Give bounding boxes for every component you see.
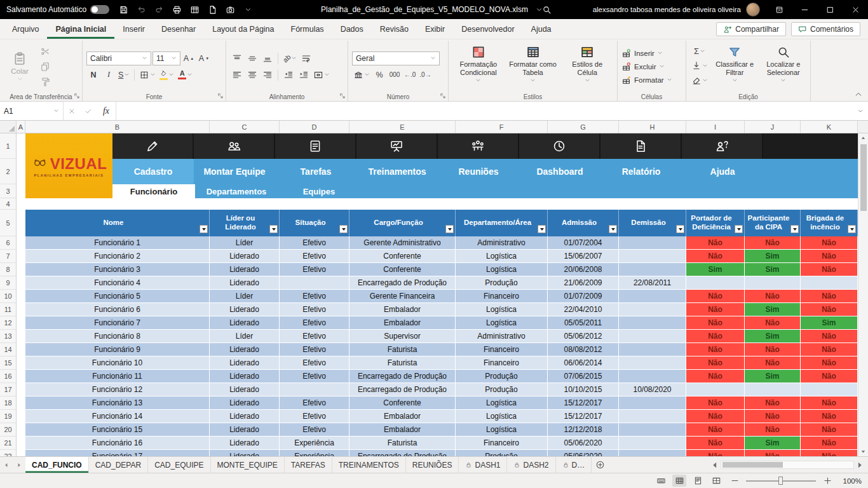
cell-participante-cipa[interactable]: Não — [745, 410, 801, 423]
cell-brigada-incendio[interactable]: Não — [801, 250, 858, 263]
filter-button-demissao[interactable] — [676, 225, 684, 233]
comma-style-button[interactable]: 000 — [388, 68, 402, 82]
cell-lider-ou-liderado[interactable]: Liderado — [210, 396, 280, 410]
align-center-button[interactable] — [245, 68, 259, 82]
delete-cells-button[interactable]: Excluir — [621, 60, 672, 73]
cell-departamento-area[interactable]: Logística — [456, 250, 548, 263]
cell-brigada-incendio[interactable]: Não — [801, 437, 858, 450]
cell-cargo-funcao[interactable]: Conferente — [349, 250, 456, 263]
column-header-situacao[interactable]: Situação — [280, 210, 349, 236]
cell-lider-ou-liderado[interactable]: Liderado — [210, 383, 280, 396]
cell-portador-deficiencia[interactable]: Não — [686, 250, 745, 263]
cell-lider-ou-liderado[interactable]: Liderado — [210, 263, 280, 276]
cell-situacao[interactable]: Efetivo — [280, 303, 349, 316]
column-header-g[interactable]: G — [548, 121, 619, 133]
row-header-1[interactable]: 1 — [0, 133, 16, 159]
cell-lider-ou-liderado[interactable]: Liderado — [210, 316, 280, 330]
cell-nome[interactable]: Funcionário 6 — [25, 303, 210, 316]
cell-lider-ou-liderado[interactable]: Liderado — [210, 250, 280, 263]
cell-situacao[interactable]: Efetivo — [280, 330, 349, 343]
cell-departamento-area[interactable]: Produção — [456, 450, 548, 456]
cancel-entry-button[interactable] — [64, 102, 80, 120]
filter-button-admissao[interactable] — [609, 225, 617, 233]
zoom-thumb[interactable] — [778, 477, 783, 485]
align-middle-button[interactable] — [245, 51, 259, 65]
cell-participante-cipa[interactable]: Não — [745, 236, 801, 250]
document-title[interactable]: Planilha_de_Gestão_de_Equipes_V5_MODELO_… — [321, 5, 528, 14]
cell-participante-cipa[interactable]: Não — [745, 356, 801, 370]
cell-admissao[interactable]: 22/04/2010 — [548, 303, 619, 316]
cell-brigada-incendio[interactable]: Não — [801, 290, 858, 303]
cell-participante-cipa[interactable]: Não — [745, 343, 801, 356]
comments-button[interactable]: Comentários — [791, 22, 860, 36]
cell-brigada-incendio[interactable]: Não — [801, 396, 858, 410]
row-header-3[interactable]: 3 — [0, 184, 16, 198]
cell-admissao[interactable]: 21/06/2009 — [548, 276, 619, 290]
cell-lider-ou-liderado[interactable]: Líder — [210, 236, 280, 250]
hscroll-right-button[interactable] — [855, 461, 864, 470]
title-dropdown[interactable] — [532, 2, 547, 17]
cell-admissao[interactable]: 15/12/2017 — [548, 410, 619, 423]
cell-portador-deficiencia[interactable]: Não — [686, 236, 745, 250]
expand-formula-bar-button[interactable] — [853, 102, 868, 120]
cell-cargo-funcao[interactable]: Encarregado de Produção — [349, 383, 456, 396]
cell-nome[interactable]: Funcionário 1 — [25, 236, 210, 250]
cell-portador-deficiencia[interactable]: Não — [686, 303, 745, 316]
nav-icon-ajuda[interactable] — [682, 133, 763, 159]
column-header-h[interactable]: H — [619, 121, 686, 133]
cell-cargo-funcao[interactable]: Faturista — [349, 343, 456, 356]
cell-portador-deficiencia[interactable]: Não — [686, 423, 745, 437]
nav-icon-reunioes[interactable] — [438, 133, 519, 159]
cell-situacao[interactable]: Efetivo — [280, 316, 349, 330]
insert-cells-button[interactable]: Inserir — [621, 47, 672, 60]
ribbon-display-options-button[interactable] — [766, 0, 792, 19]
sheet-nav-left-button[interactable] — [0, 457, 13, 473]
redo-button[interactable] — [151, 2, 166, 17]
cell-situacao[interactable]: Efetivo — [280, 236, 349, 250]
cell-admissao[interactable]: 05/06/2012 — [548, 330, 619, 343]
column-header-e[interactable]: E — [349, 121, 456, 133]
cell-admissao[interactable]: 05/05/2011 — [548, 316, 619, 330]
cell-departamento-area[interactable]: Produção — [456, 370, 548, 383]
cell-admissao[interactable]: 01/07/2009 — [548, 290, 619, 303]
cell-participante-cipa[interactable]: Sim — [745, 263, 801, 276]
row-header-17[interactable]: 17 — [0, 383, 16, 396]
quick-table-button[interactable] — [187, 2, 202, 17]
column-header-cargo-funcao[interactable]: Cargo/Função — [349, 210, 456, 236]
filter-button-brigada-incendio[interactable] — [848, 225, 856, 233]
horizontal-scrollbar[interactable] — [709, 457, 868, 473]
cell-styles-button[interactable]: Estilos de Célula — [561, 42, 613, 83]
row-header-6[interactable]: 6 — [0, 236, 16, 250]
cell-demissao[interactable] — [619, 236, 686, 250]
row-header-15[interactable]: 15 — [0, 356, 16, 370]
row-header-19[interactable]: 19 — [0, 410, 16, 423]
cell-brigada-incendio[interactable]: Não — [801, 370, 858, 383]
cell-cargo-funcao[interactable]: Faturista — [349, 356, 456, 370]
save-button[interactable] — [116, 2, 131, 17]
sheet-tab-cad-funcio[interactable]: CAD_FUNCIO — [25, 457, 89, 473]
cell-situacao[interactable]: Efetivo — [280, 423, 349, 437]
cell-situacao[interactable]: Experiência — [280, 450, 349, 456]
cell-portador-deficiencia[interactable]: Não — [686, 343, 745, 356]
decrease-font-button[interactable]: A▼ — [197, 51, 211, 65]
cell-brigada-incendio[interactable]: Não — [801, 423, 858, 437]
keyboard-button[interactable] — [654, 475, 668, 487]
fill-button[interactable] — [690, 58, 709, 72]
cell-nome[interactable]: Funcionário 4 — [25, 276, 210, 290]
cell-departamento-area[interactable]: Logística — [456, 410, 548, 423]
cell-cargo-funcao[interactable]: Encarregado de Produção — [349, 450, 456, 456]
nav-item-tarefas[interactable]: Tarefas — [275, 159, 356, 184]
ribbon-tab-layout-da-pagina[interactable]: Layout da Página — [204, 19, 282, 39]
maximize-button[interactable] — [817, 0, 843, 19]
ribbon-tab-ajuda[interactable]: Ajuda — [523, 19, 560, 39]
cell-brigada-incendio[interactable] — [801, 383, 858, 396]
row-header-2[interactable]: 2 — [0, 159, 16, 184]
sheet-tab-tarefas[interactable]: TAREFAS — [285, 457, 332, 473]
sheet-nav-right-button[interactable] — [13, 457, 25, 473]
cell-situacao[interactable]: Efetivo — [280, 263, 349, 276]
cell-situacao[interactable]: Efetivo — [280, 410, 349, 423]
cell-portador-deficiencia[interactable] — [686, 383, 745, 396]
sort-filter-button[interactable]: Classificar e Filtrar — [712, 42, 758, 83]
filter-button-departamento-area[interactable] — [538, 225, 546, 233]
cell-lider-ou-liderado[interactable]: Liderado — [210, 343, 280, 356]
